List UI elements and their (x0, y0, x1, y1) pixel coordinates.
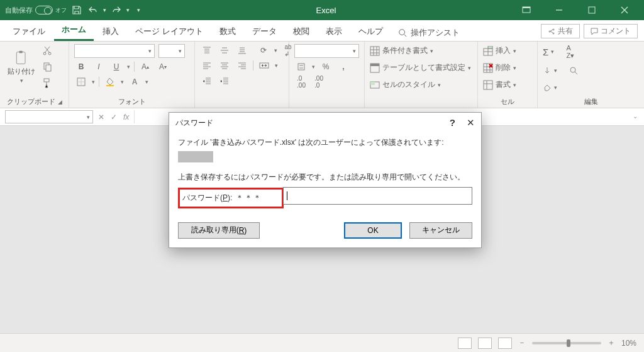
align-left-icon[interactable] (200, 59, 214, 72)
comment-icon (591, 28, 598, 35)
tab-data[interactable]: データ (245, 22, 284, 41)
fill-button[interactable]: ▾ (543, 63, 639, 78)
ribbon-display-options-icon[interactable] (512, 0, 541, 20)
autosave-toggle[interactable]: 自動保存 オフ (5, 6, 67, 15)
increase-font-icon[interactable]: A▴ (138, 60, 152, 73)
paste-button[interactable]: 貼り付け ▾ (5, 44, 38, 89)
conditional-formatting-button[interactable]: 条件付き書式▾ (370, 44, 472, 57)
svg-rect-15 (370, 47, 379, 55)
redo-icon[interactable] (110, 4, 123, 16)
share-icon (548, 28, 555, 35)
decrease-font-icon[interactable]: A▾ (156, 60, 170, 73)
fill-color-icon[interactable] (103, 76, 117, 88)
tab-view[interactable]: 表示 (318, 22, 350, 41)
tell-me-search[interactable]: 操作アシスト (392, 25, 466, 41)
format-painter-icon[interactable] (40, 77, 54, 89)
ok-button[interactable]: OK (344, 222, 402, 239)
cancel-button[interactable]: キャンセル (409, 222, 472, 239)
percent-icon[interactable]: % (319, 60, 333, 73)
align-top-icon[interactable] (200, 44, 214, 57)
group-cells: 挿入▾ 削除▾ 書式▾ セル (478, 42, 538, 108)
ribbon-tabs: ファイル ホーム 挿入 ページ レイアウト 数式 データ 校閲 表示 ヘルプ 操… (0, 20, 644, 42)
expand-formula-bar-icon[interactable]: ⌄ (633, 113, 638, 120)
comma-icon[interactable]: , (336, 60, 350, 73)
close-icon[interactable]: ✕ (467, 117, 475, 128)
accounting-format-icon[interactable] (294, 60, 308, 73)
readonly-button[interactable]: 読み取り専用(R) (178, 222, 260, 239)
search-icon (398, 28, 407, 37)
undo-dropdown-icon[interactable]: ▾ (103, 7, 106, 13)
tab-review[interactable]: 校閲 (286, 22, 317, 41)
align-right-icon[interactable] (235, 59, 249, 72)
svg-point-3 (399, 30, 404, 35)
font-color-icon[interactable]: A (128, 76, 142, 88)
page-break-view-icon[interactable] (498, 338, 512, 349)
merge-icon[interactable] (257, 59, 271, 72)
bold-button[interactable]: B (74, 60, 88, 73)
svg-rect-4 (16, 52, 25, 64)
border-icon[interactable] (74, 76, 88, 88)
redo-dropdown-icon[interactable]: ▾ (126, 7, 130, 13)
svg-rect-19 (370, 82, 375, 85)
autosum-button[interactable]: Σ▾ AZ▾ (543, 44, 639, 59)
orientation-icon[interactable]: ⟳ (257, 44, 270, 57)
maximize-icon[interactable] (577, 0, 606, 20)
find-select-icon[interactable] (567, 64, 580, 77)
group-number: ▾ ▾ % , .0.00 .00.0 (289, 42, 365, 108)
page-layout-view-icon[interactable] (478, 338, 492, 349)
cut-icon[interactable] (40, 44, 54, 57)
zoom-level[interactable]: 10% (621, 339, 636, 348)
autosave-pill (35, 6, 53, 14)
tab-insert[interactable]: 挿入 (95, 22, 126, 41)
zoom-in-icon[interactable]: ＋ (608, 338, 615, 348)
increase-decimal-icon[interactable]: .0.00 (294, 76, 308, 88)
copy-icon[interactable] (40, 60, 54, 73)
tab-home[interactable]: ホーム (54, 20, 94, 41)
chevron-down-icon: ▾ (87, 114, 90, 120)
minimize-icon[interactable] (545, 0, 574, 20)
share-button[interactable]: 共有 (541, 24, 580, 38)
decrease-indent-icon[interactable] (200, 74, 214, 87)
sort-filter-icon[interactable]: AZ▾ (564, 45, 577, 58)
tab-formulas[interactable]: 数式 (212, 22, 243, 41)
underline-button[interactable]: U (109, 60, 123, 73)
zoom-slider[interactable] (532, 342, 601, 344)
help-icon[interactable]: ? (450, 117, 455, 128)
font-name-select[interactable]: ▾ (74, 44, 155, 58)
insert-cells-button[interactable]: 挿入▾ (483, 44, 532, 57)
svg-rect-9 (46, 65, 51, 71)
password-mask-preview: ＊＊＊ (236, 192, 262, 204)
cell-styles-button[interactable]: セルのスタイル▾ (370, 78, 472, 91)
password-dialog: パスワード ? ✕ ファイル '書き込みパスワード.xlsx' は次のユーザーに… (169, 112, 482, 248)
comments-button[interactable]: コメント (584, 24, 638, 38)
align-bottom-icon[interactable] (235, 44, 249, 57)
tab-file[interactable]: ファイル (5, 22, 53, 41)
align-middle-icon[interactable] (218, 44, 231, 57)
qat-customize-icon[interactable]: ▾ (137, 7, 140, 13)
align-center-icon[interactable] (218, 59, 231, 72)
format-cells-button[interactable]: 書式▾ (483, 78, 532, 91)
cancel-formula-icon[interactable]: ✕ (98, 113, 104, 122)
font-size-select[interactable]: ▾ (158, 44, 185, 58)
password-input[interactable] (283, 187, 472, 205)
number-format-select[interactable]: ▾ (294, 44, 359, 58)
svg-rect-5 (19, 50, 23, 52)
save-icon[interactable] (70, 4, 83, 16)
zoom-out-icon[interactable]: － (518, 338, 526, 348)
enter-formula-icon[interactable]: ✓ (111, 113, 117, 122)
tab-help[interactable]: ヘルプ (351, 22, 391, 41)
dialog-launcher-icon[interactable]: ◢ (58, 99, 62, 105)
close-icon[interactable] (610, 0, 639, 20)
normal-view-icon[interactable] (458, 338, 472, 349)
name-box[interactable]: ▾ (5, 110, 93, 123)
italic-button[interactable]: I (92, 60, 106, 73)
decrease-decimal-icon[interactable]: .00.0 (312, 76, 326, 88)
fx-icon[interactable]: fx (123, 113, 129, 122)
format-as-table-button[interactable]: テーブルとして書式設定▾ (370, 61, 472, 74)
delete-cells-button[interactable]: 削除▾ (483, 61, 532, 74)
svg-rect-1 (523, 7, 530, 8)
clear-button[interactable]: ▾ (543, 82, 639, 93)
tab-pagelayout[interactable]: ページ レイアウト (128, 22, 211, 41)
undo-icon[interactable] (87, 4, 99, 16)
increase-indent-icon[interactable] (218, 74, 231, 87)
